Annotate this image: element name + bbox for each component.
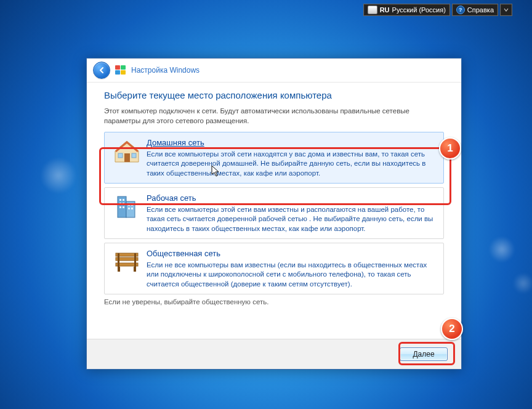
network-options: Домашняя сеть Если все компьютеры этой с… [104,132,444,294]
office-icon [113,193,141,221]
house-icon [113,137,141,164]
svg-rect-4 [126,201,135,217]
bench-icon [112,248,142,273]
background-glow [511,271,532,296]
help-label: Справка [467,6,494,14]
arrow-left-icon [97,66,106,75]
option-title: Рабочая сеть [147,193,437,204]
desktop-background: RU Русский (Россия) ? Справка Настройка … [0,0,532,409]
svg-rect-8 [123,203,124,204]
option-description: Если все компьютеры этой сети вам извест… [147,205,437,234]
window-footer: Далее [87,339,461,369]
option-description: Если все компьютеры этой сети находятся … [147,150,437,179]
option-public-network[interactable]: Общественная сеть Если не все компьютеры… [104,243,444,294]
window-title: Настройка Windows [131,66,200,75]
svg-rect-21 [134,267,136,272]
window-body: Выберите текущее место расположения комп… [87,83,461,339]
keyboard-icon [368,6,377,14]
option-work-network[interactable]: Рабочая сеть Если все компьютеры этой се… [104,187,444,239]
svg-rect-20 [118,267,120,272]
option-title: Домашняя сеть [147,137,437,148]
svg-rect-2 [132,153,136,158]
chevron-down-icon [504,7,509,12]
page-title: Выберите текущее место расположения комп… [104,90,444,100]
svg-rect-0 [124,153,130,162]
option-home-network[interactable]: Домашняя сеть Если все компьютеры этой с… [104,132,444,184]
help-icon: ? [456,6,465,14]
option-description: Если не все компьютеры вам известны (есл… [147,261,437,290]
language-code: RU [380,6,390,14]
back-button[interactable] [93,62,110,79]
svg-rect-1 [118,153,123,158]
hint-text: Если не уверены, выбирайте общественную … [104,298,444,306]
language-name: Русский (Россия) [392,6,446,14]
menu-dropdown[interactable] [500,4,512,16]
svg-rect-7 [119,203,121,204]
background-glow [37,154,80,197]
svg-rect-14 [131,208,133,209]
windows-flag-icon [115,65,126,75]
next-button[interactable]: Далее [400,347,448,361]
intro-text: Этот компьютер подключен к сети. Будут а… [104,107,444,126]
window-header: Настройка Windows [87,59,461,83]
svg-rect-5 [119,199,121,201]
svg-rect-9 [119,206,121,208]
option-title: Общественная сеть [147,248,437,259]
svg-rect-10 [123,206,124,208]
system-topbar: RU Русский (Россия) ? Справка [363,4,512,16]
help-button[interactable]: ? Справка [452,4,498,16]
svg-rect-11 [128,204,130,206]
svg-rect-3 [118,196,126,217]
language-selector[interactable]: RU Русский (Россия) [363,4,450,16]
setup-window: Настройка Windows Выберите текущее место… [86,58,462,370]
svg-rect-12 [131,204,133,206]
svg-rect-13 [128,208,130,209]
svg-rect-6 [123,199,124,201]
background-glow [486,234,517,265]
